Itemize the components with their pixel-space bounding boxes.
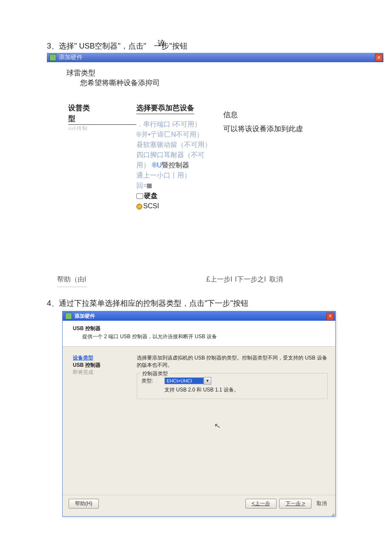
dialog2-desc: 选择要添加到该虚拟机的 USB 控制器的类型。控制器类型不同，受支持的 USB … [137, 354, 328, 369]
dialog1-mid-col: 选择要忝加芭设备 ．串行端口 i不可用） ®并•亍谛匚N不可用） 昼软塞驱动留（… [136, 103, 213, 211]
left-label-b: 型 [68, 114, 136, 125]
dialog2-body: 设备类型 USB 控制器 即将完成 选择要添加到该虚拟机的 USB 控制器的类型… [63, 347, 335, 495]
step3-overlay-char: 谇 [158, 38, 165, 49]
support-text: 支持 USB 2.0 和 USB 1.1 设备。 [141, 386, 323, 394]
dialog1-heading: 球雷类型 您希望将嘶种设备添抑司 [47, 62, 383, 90]
back-button[interactable]: <上一步 [245, 499, 277, 509]
step-usb-controller: USB 控制器 [73, 362, 137, 369]
dialog2-title: 添加硬件 [75, 313, 95, 320]
dialog2-button-bar: 帮助(H) <上一步 下一步 > 取消 [63, 495, 335, 513]
wizard-icon [65, 313, 72, 319]
wizard-icon [49, 54, 56, 61]
dialog1-right-col: 信息 可以将该设番添加到此虚 [213, 103, 324, 211]
opt-chip: 回= [136, 181, 213, 191]
dialog2-titlebar: 添加硬件 × [63, 311, 335, 321]
help-button[interactable]: 帮助(H) [69, 499, 99, 509]
opt-harddisk[interactable]: 硬盘 [136, 191, 213, 201]
harddisk-icon [136, 193, 143, 199]
mid-label: 选择要忝加芭设备 [136, 103, 194, 114]
dialog1-title: 添加硬件 [59, 54, 83, 61]
cancel-button[interactable]: 取消 [314, 499, 329, 508]
opt-usb-b: 暨控制器 [162, 161, 189, 169]
close-icon[interactable]: × [375, 54, 383, 61]
left-usb-text: usb挎制 [68, 125, 136, 132]
controller-type-legend: 控制器类型 [141, 370, 170, 377]
info-label: 信息 [223, 110, 324, 120]
chip-icon [147, 184, 152, 188]
chevron-down-icon[interactable]: ▼ [204, 377, 211, 385]
opt-scsi[interactable]: SCSI [136, 201, 213, 211]
controller-type-combobox[interactable]: EHCI+UHCI ▼ [164, 377, 211, 385]
info-text: 可以将该设番添加到此虚 [223, 124, 324, 134]
back-button-1[interactable]: £上一步I [206, 275, 232, 284]
dialog1-heading-line2: 您希望将嘶种设备添抑司 [66, 78, 383, 88]
cursor-icon: ↖ [213, 402, 328, 431]
add-hardware-dialog-2: 添加硬件 × USB 控制器 提供一个 2 端口 USB 控制器，以允许连接和断… [62, 311, 336, 517]
opt-serial: ．串行端口 i不可用） [136, 119, 213, 129]
combo-value: EHCI+UHCI [164, 377, 204, 384]
dialog2-main: 选择要添加到该虚拟机的 USB 控制器的类型。控制器类型不同，受支持的 USB … [137, 354, 328, 495]
step3-text: 3、选择" USB空制器"，点击" 一步"按钮 [47, 42, 187, 50]
close-icon[interactable]: × [326, 313, 334, 320]
dialog1-body: 设普类 型 usb挎制 选择要忝加芭设备 ．串行端口 i不可用） ®并•亍谛匚N… [47, 90, 383, 211]
step-device-type[interactable]: 设备类型 [73, 354, 137, 362]
dialog2-steplist: 设备类型 USB 控制器 即将完成 [73, 354, 137, 495]
dialog1-titlebar: 添加硬件 × [47, 53, 383, 62]
next-button[interactable]: 下一步 > [279, 499, 311, 509]
dialog2-h1: USB 控制器 [73, 325, 328, 332]
dialog2-header: USB 控制器 提供一个 2 端口 USB 控制器，以允许连接和断开 USB 设… [63, 321, 335, 347]
opt-usb-a: ®U [152, 161, 161, 169]
resize-grip-icon: ◢ [63, 513, 335, 516]
add-hardware-dialog-1: 添加硬件 × 球雷类型 您希望将嘶种设备添抑司 设普类 型 usb挎制 选择要忝… [47, 53, 383, 287]
opt-generic: 通上一小口丨用） [136, 170, 213, 181]
dialog1-left-col: 设普类 型 usb挎制 [68, 103, 136, 211]
scsi-icon [136, 204, 142, 210]
dialog2-h2: 提供一个 2 端口 USB 控制器，以允许连接和断开 USB 设备 [73, 333, 328, 340]
opt-floppy: 昼软塞驱动留（不可用） [136, 140, 213, 150]
dialog1-button-row: 帮助（由I £上一步I I下一步之I 取消 [47, 275, 383, 286]
controller-type-group: 控制器类型 类型: EHCI+UHCI ▼ 支持 USB 2.0 和 USB 1… [137, 373, 328, 399]
help-underline [57, 287, 87, 287]
opt-audio: 四口脚口耳耐器（不可用） ®U暨控制器 [136, 150, 213, 170]
step3-caption: 3、选择" USB空制器"，点击" 一步"按钮 谇 [47, 41, 383, 51]
left-label-a: 设普类 [68, 103, 136, 114]
next-button-1[interactable]: I下一步之I [235, 275, 266, 284]
cancel-button-1[interactable]: 取消 [269, 275, 283, 284]
step-finish: 即将完成 [73, 369, 137, 376]
opt-parallel: ®并•亍谛匚N不可用） [136, 129, 213, 140]
dialog1-heading-line1: 球雷类型 [66, 68, 383, 78]
type-label: 类型: [141, 377, 164, 385]
help-button-1[interactable]: 帮助（由I [57, 275, 206, 284]
step4-caption: 4、通过下拉菜单选择相应的控制器类型，点击"下一步"按钮 [47, 298, 383, 308]
